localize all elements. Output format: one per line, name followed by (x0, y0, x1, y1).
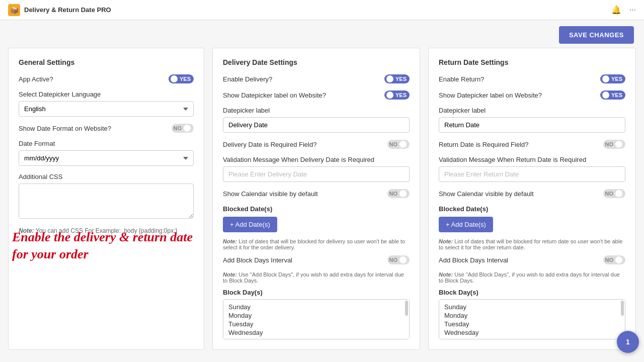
delivery-blocked-dates-label: Blocked Date(s) (223, 205, 410, 213)
app-active-row: App Active? YES (19, 74, 194, 83)
overlay-center-text: Best app for the RENT stores (0, 358, 644, 362)
delivery-day-tuesday: Tuesday (228, 320, 404, 328)
css-note: Note: You can add CSS For Example: .body… (19, 227, 194, 234)
delivery-block-note-text: Use "Add Block Days", if you wish to add… (223, 272, 404, 284)
notification-badge[interactable]: 1 (617, 331, 639, 353)
return-day-wednesday: Wednesday (444, 328, 620, 337)
delivery-show-calendar-label: Show Calendar visible by default (223, 190, 318, 198)
delivery-show-calendar-toggle[interactable]: NO (387, 189, 410, 198)
panels-row: General Settings App Active? YES Select … (0, 48, 644, 358)
delivery-scrollbar[interactable] (405, 301, 408, 316)
return-datepicker-label-input[interactable] (439, 117, 625, 133)
select-language-field: Select Datepicker Language English Frenc… (19, 90, 194, 117)
return-note-text: List of dates that will be blocked for r… (439, 238, 622, 250)
return-block-days-list: Sunday Monday Tuesday Wednesday (439, 299, 625, 339)
return-note-label: Note: (439, 238, 453, 244)
delivery-required-label: Delivery Date is Required Field? (223, 141, 316, 148)
delivery-note-text: List of dates that will be blocked for d… (223, 238, 405, 250)
delivery-validation-label: Validation Message When Delivery Date is… (223, 156, 410, 163)
enable-delivery-row: Enable Delivery? YES (223, 74, 410, 83)
delivery-datepicker-label-input[interactable] (223, 117, 410, 133)
date-format-field: Date Format mm/dd/yyyy dd/mm/yyyy yyyy/m… (19, 140, 194, 166)
enable-return-label: Enable Return? (439, 75, 484, 83)
return-required-toggle[interactable]: NO (603, 140, 626, 149)
delivery-datepicker-label-title: Datepicker label (223, 107, 410, 114)
additional-css-field: Additional CSS (19, 173, 194, 220)
return-show-calendar-toggle[interactable]: NO (603, 189, 626, 198)
enable-delivery-toggle[interactable]: YES (384, 74, 410, 83)
left-panel: General Settings App Active? YES Select … (8, 48, 204, 350)
return-show-label-toggle[interactable]: YES (600, 90, 625, 100)
language-select[interactable]: English French German Spanish (19, 101, 194, 117)
delivery-block-note-label: Note: (223, 272, 237, 278)
delivery-show-calendar-row: Show Calendar visible by default NO (223, 189, 410, 198)
delivery-validation-input[interactable] (223, 166, 410, 182)
show-date-format-row: Show Date Format on Website? NO (19, 124, 194, 133)
show-date-format-toggle[interactable]: NO (172, 124, 194, 133)
return-block-note-label: Note: (439, 272, 453, 278)
delivery-required-toggle[interactable]: NO (387, 140, 410, 149)
show-date-format-label: Show Date Format on Website? (19, 125, 111, 132)
return-validation-field: Validation Message When Return Date is R… (439, 156, 625, 182)
return-add-block-days-toggle[interactable]: NO (603, 255, 626, 264)
return-block-days-label: Block Day(s) (439, 289, 625, 296)
date-format-select[interactable]: mm/dd/yyyy dd/mm/yyyy yyyy/mm/dd (19, 150, 194, 166)
app-active-toggle[interactable]: YES (169, 74, 194, 83)
delivery-block-days-note: Note: Use "Add Block Days", if you wish … (223, 272, 410, 284)
delivery-show-label-text: Show Datepicker label on Website? (223, 92, 326, 99)
topbar: 📦 Delivery & Return Date PRO 🔔 ··· (0, 0, 644, 20)
delivery-show-label-row: Show Datepicker label on Website? YES (223, 90, 410, 100)
note-label: Note: (19, 227, 34, 234)
return-panel: Return Date Settings Enable Return? YES … (428, 48, 636, 350)
return-day-monday: Monday (444, 311, 620, 320)
return-add-dates-button[interactable]: + Add Date(s) (439, 217, 493, 232)
return-blocked-note: Note: List of dates that will be blocked… (439, 238, 625, 250)
delivery-panel: Delivery Date Settings Enable Delivery? … (212, 48, 420, 350)
return-show-calendar-row: Show Calendar visible by default NO (439, 189, 625, 198)
bell-icon[interactable]: 🔔 (611, 5, 621, 15)
enable-return-toggle[interactable]: YES (600, 74, 625, 83)
return-required-row: Return Date is Required Field? NO (439, 140, 625, 149)
date-format-label: Date Format (19, 140, 194, 147)
delivery-add-dates-button[interactable]: + Add Date(s) (223, 217, 277, 232)
return-day-tuesday: Tuesday (444, 320, 620, 328)
return-validation-input[interactable] (439, 166, 625, 182)
return-blocked-dates-label: Blocked Date(s) (439, 205, 625, 213)
delivery-note-label: Note: (223, 238, 237, 244)
delivery-add-block-days-label: Add Block Days Interval (223, 256, 292, 264)
select-language-label: Select Datepicker Language (19, 90, 194, 98)
more-icon[interactable]: ··· (629, 6, 636, 15)
language-select-wrapper: English French German Spanish (19, 101, 194, 117)
return-add-block-days-row: Add Block Days Interval NO (439, 255, 625, 264)
additional-css-textarea[interactable] (19, 184, 194, 219)
header-row: SAVE CHANGES (0, 20, 644, 48)
delivery-blocked-note: Note: List of dates that will be blocked… (223, 238, 410, 250)
return-scrollbar[interactable] (621, 301, 624, 316)
return-block-note-text: Use "Add Block Days", if you wish to add… (439, 272, 620, 284)
return-block-days-note: Note: Use "Add Block Days", if you wish … (439, 272, 625, 284)
enable-delivery-label: Enable Delivery? (223, 75, 272, 83)
delivery-show-label-toggle[interactable]: YES (384, 90, 410, 100)
topbar-left: 📦 Delivery & Return Date PRO (8, 4, 111, 16)
delivery-validation-field: Validation Message When Delivery Date is… (223, 156, 410, 182)
save-changes-button[interactable]: SAVE CHANGES (559, 26, 634, 44)
return-required-label: Return Date is Required Field? (439, 141, 528, 148)
app-active-label: App Active? (19, 75, 53, 83)
return-add-block-days-label: Add Block Days Interval (439, 256, 508, 264)
delivery-block-days-label: Block Day(s) (223, 289, 410, 296)
delivery-datepicker-label-field: Datepicker label (223, 107, 410, 133)
return-show-calendar-label: Show Calendar visible by default (439, 190, 534, 198)
delivery-add-block-days-toggle[interactable]: NO (387, 255, 410, 264)
delivery-add-block-days-row: Add Block Days Interval NO (223, 255, 410, 264)
return-datepicker-label-field: Datepicker label (439, 107, 625, 133)
enable-return-row: Enable Return? YES (439, 74, 625, 83)
delivery-day-wednesday: Wednesday (228, 328, 404, 337)
return-datepicker-label-title: Datepicker label (439, 107, 625, 114)
note-content: You can add CSS For Example: .body {padd… (36, 227, 178, 234)
return-title: Return Date Settings (439, 58, 625, 66)
delivery-title: Delivery Date Settings (223, 58, 410, 66)
content-wrapper: General Settings App Active? YES Select … (0, 48, 644, 362)
return-validation-label: Validation Message When Return Date is R… (439, 156, 625, 163)
delivery-day-monday: Monday (228, 311, 404, 320)
delivery-required-row: Delivery Date is Required Field? NO (223, 140, 410, 149)
